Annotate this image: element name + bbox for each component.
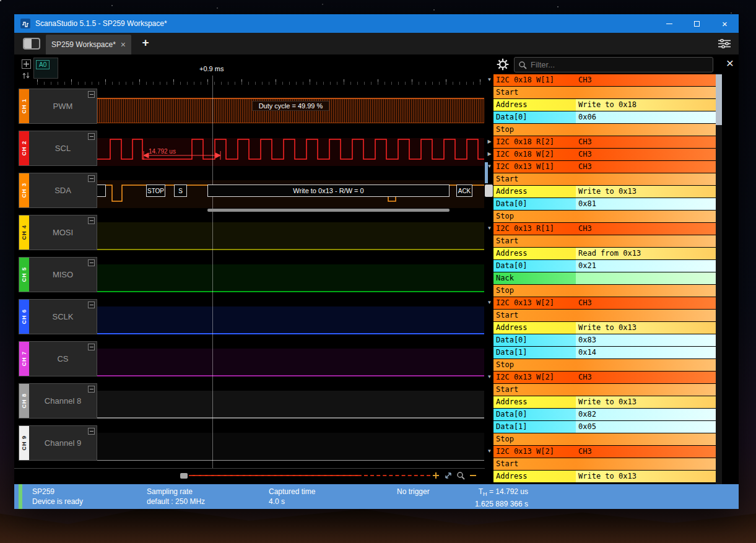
packet-header-row[interactable]: I2C 0x13 W[2]CH3 [493,371,716,383]
gear-icon[interactable] [496,58,510,71]
collapse-packet-icon[interactable]: ▼ [486,77,493,82]
zoom-select-icon[interactable] [455,470,466,480]
channel-collapse-button[interactable] [88,217,95,224]
packet-header-row[interactable]: I2C 0x18 R[2]CH3 [493,136,716,148]
packet-field-row[interactable]: Stop [493,359,716,371]
i2c-start-token[interactable]: S [174,185,187,197]
packet-field-row[interactable]: AddressRead from 0x13 [493,248,716,259]
packet-field-row[interactable]: Start [493,384,716,396]
waveform-area[interactable]: A0 +0.9 ms Duty cycle = 49.99 % 14 [14,54,485,484]
sort-channels-icon[interactable] [22,71,30,80]
i2c-ack-token[interactable]: ACK [456,185,472,197]
collapse-packet-icon[interactable]: ▼ [486,374,493,380]
channel-box-scl[interactable]: CH 2SCL [19,131,97,166]
packet-header-row[interactable]: I2C 0x13 W[2]CH3 [493,297,716,309]
close-button[interactable]: × [711,14,739,33]
packet-field-row[interactable]: Stop [493,285,716,297]
collapse-packet-icon[interactable]: ▼ [486,163,493,169]
i2c-write-token[interactable]: Write to 0x13 - R/W = 0 [207,185,450,197]
panel-scrollbar-track[interactable] [716,74,722,484]
packet-field-row[interactable]: Data[0]0x21 [493,260,716,272]
packet-field-row[interactable]: Start [493,458,716,470]
channel-color-tab[interactable]: CH 7 [19,342,29,376]
packet-field-row[interactable]: Data[1]0x14 [493,347,716,358]
tab-close-icon[interactable]: × [121,40,126,50]
packet-header-row[interactable]: I2C 0x13 R[1]CH3 [493,223,716,235]
packet-field-row[interactable]: Data[0]0x06 [493,111,716,123]
token-overlay-scrollbar[interactable] [207,209,450,212]
packet-field-row[interactable]: AddressWrite to 0x13 [493,186,716,198]
packet-field-row[interactable]: Start [493,235,716,247]
packet-field-row[interactable]: Start [493,87,716,98]
packet-header-row[interactable]: I2C 0x18 W[2]CH3 [493,149,716,160]
packet-header-row[interactable]: I2C 0x18 W[1]CH3 [493,74,716,86]
maximize-button[interactable] [683,14,711,33]
packet-field-row[interactable]: Stop [493,124,716,136]
channel-box-sda[interactable]: CH 3SDA [19,173,97,208]
channel-box-miso[interactable]: CH 5MISO [19,257,97,292]
channel-box-channel-9[interactable]: CH 9Channel 9 [19,425,97,461]
panel-scrollbar-thumb[interactable] [716,74,722,125]
channel-box-channel-8[interactable]: CH 8Channel 8 [19,383,97,419]
channel-box-sclk[interactable]: CH 6SCLK [19,299,97,334]
channel-color-tab[interactable]: CH 3 [19,173,29,207]
time-cursor[interactable] [212,76,213,468]
channel-color-tab[interactable]: CH 1 [19,89,29,123]
zoom-out-icon[interactable] [467,470,478,480]
overview-scroll-handle[interactable] [180,473,188,479]
channel-collapse-button[interactable] [88,91,95,98]
channel-collapse-button[interactable] [88,302,95,308]
channel-collapse-button[interactable] [88,133,95,140]
packet-field-row[interactable]: Data[0]0x83 [493,334,716,346]
packet-field-row[interactable]: Stop [493,433,716,445]
zoom-in-icon[interactable] [430,470,441,480]
channel-color-tab[interactable]: CH 5 [19,258,29,292]
device-icon[interactable] [23,38,40,50]
packet-field-row[interactable]: AddressWrite to 0x13 [493,471,716,482]
channel-color-tab[interactable]: CH 9 [19,426,29,460]
titlebar[interactable]: ScanaStudio 5.1.5 - SP259 Workspace* × [14,14,739,33]
packet-field-row[interactable]: Data[1]0x05 [493,421,716,433]
channel-collapse-button[interactable] [88,175,95,182]
view-settings-icon[interactable] [718,39,731,48]
channel-box-pwm[interactable]: CH 1PWM [19,89,97,124]
packet-field-row[interactable]: AddressWrite to 0x18 [493,99,716,111]
packet-field-row[interactable]: Data[0]0x82 [493,409,716,420]
channel-color-tab[interactable]: CH 6 [19,300,29,334]
packet-field-row[interactable]: Start [493,173,716,185]
packet-field-row[interactable]: Nack [493,272,716,284]
i2c-stop-token[interactable]: STOP [146,185,165,197]
channel-collapse-button[interactable] [88,428,95,435]
packet-field-row[interactable]: Data[0]0x81 [493,198,716,210]
channel-color-tab[interactable]: CH 2 [19,131,29,165]
tab-sp259-workspace[interactable]: SP259 Workspace* × [46,35,131,54]
channel-collapse-button[interactable] [88,386,95,393]
packet-field-row[interactable]: Stop [493,211,716,222]
collapse-packet-icon[interactable]: ▼ [486,448,493,454]
packet-field-row[interactable]: AddressWrite to 0x13 [493,322,716,334]
expand-packet-icon[interactable]: ▶ [486,151,493,157]
zoom-fit-icon[interactable] [443,470,453,480]
channel-box-mosi[interactable]: CH 4MOSI [19,215,97,250]
filter-input[interactable] [531,60,709,69]
channel-box-cs[interactable]: CH 7CS [19,341,97,376]
collapse-packet-icon[interactable]: ▼ [486,225,493,231]
packet-field-row[interactable]: AddressWrite to 0x13 [493,396,716,408]
new-tab-button[interactable]: + [139,36,152,50]
channel-color-tab[interactable]: CH 8 [19,384,29,418]
expand-packet-icon[interactable]: ▶ [486,139,493,144]
packet-header-row[interactable]: I2C 0x13 W[1]CH3 [493,161,716,173]
channel-collapse-button[interactable] [88,259,95,266]
collapse-packet-icon[interactable]: ▼ [486,300,493,305]
add-channel-icon[interactable] [22,59,31,69]
channel-color-tab[interactable]: CH 4 [19,215,29,250]
row-value [576,124,716,136]
channel-collapse-button[interactable] [88,344,95,350]
analog-channel-box[interactable]: A0 [33,58,58,79]
filter-search-box[interactable] [514,57,713,72]
minimize-button[interactable] [655,14,683,33]
packet-field-row[interactable]: Start [493,310,716,321]
panel-close-icon[interactable]: × [723,54,737,72]
selection-indicator-handle[interactable] [485,185,493,197]
packet-header-row[interactable]: I2C 0x13 W[2]CH3 [493,446,716,458]
